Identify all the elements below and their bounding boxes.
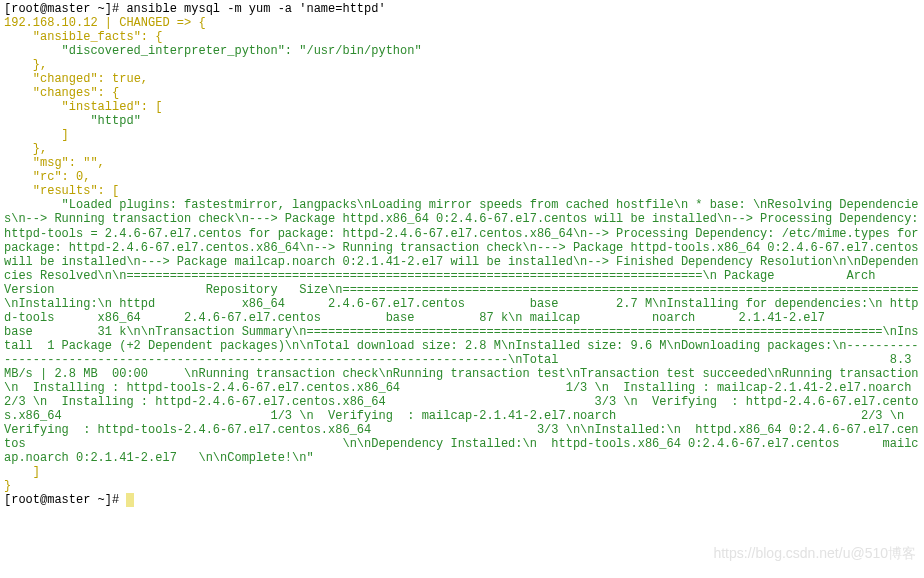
results-close: ]: [4, 465, 40, 479]
json-close: }: [4, 479, 11, 493]
facts-close: },: [4, 58, 47, 72]
cursor-icon: [126, 493, 134, 507]
installed-open: "installed": [: [4, 100, 162, 114]
msg-line: "msg": "",: [4, 156, 105, 170]
next-prompt[interactable]: [root@master ~]#: [4, 493, 126, 507]
host-status: 192.168.10.12 | CHANGED => {: [4, 16, 206, 30]
changed-line: "changed": true,: [4, 72, 148, 86]
prompt-line: [root@master ~]# ansible mysql -m yum -a…: [4, 2, 386, 16]
installed-close: ]: [4, 128, 69, 142]
httpd-value: "httpd": [4, 114, 141, 128]
results-open: "results": [: [4, 184, 119, 198]
changes-open: "changes": {: [4, 86, 119, 100]
terminal-output: [root@master ~]# ansible mysql -m yum -a…: [4, 2, 920, 507]
results-text: "Loaded plugins: fastestmirror, langpack…: [4, 198, 924, 465]
interpreter-line: "discovered_interpreter_python": "/usr/b…: [4, 44, 422, 58]
rc-line: "rc": 0,: [4, 170, 90, 184]
ansible-facts-open: "ansible_facts": {: [4, 30, 162, 44]
changes-close: },: [4, 142, 47, 156]
